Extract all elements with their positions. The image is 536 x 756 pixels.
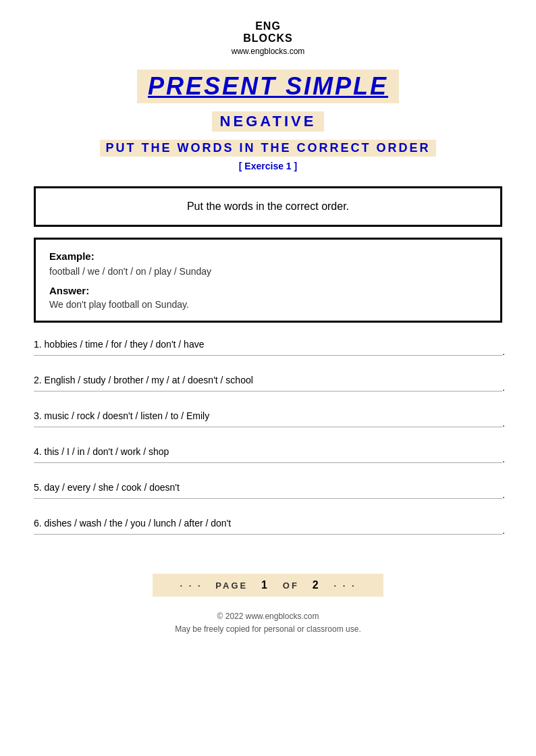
- instruction-box: Put the words in the correct order.: [34, 186, 502, 227]
- exercise-item-3: 3. music / rock / doesn't / listen / to …: [34, 410, 502, 427]
- answer-label: Answer:: [49, 285, 487, 296]
- answer-line-5: [34, 498, 502, 499]
- example-label: Example:: [49, 250, 487, 262]
- instruction-title: PUT THE WORDS IN THE CORRECT ORDER: [100, 140, 435, 157]
- title-section: PRESENT SIMPLE NEGATIVE PUT THE WORDS IN…: [34, 70, 502, 171]
- exercise-item-1: 1. hobbies / time / for / they / don't /…: [34, 339, 502, 356]
- answer-line-4: [34, 462, 502, 463]
- logo-text: ENG BLOCKS: [243, 20, 293, 44]
- exercise-question-1: 1. hobbies / time / for / they / don't /…: [34, 339, 502, 350]
- logo-line1: ENG: [255, 20, 281, 32]
- exercise-item-6: 6. dishes / wash / the / you / lunch / a…: [34, 518, 502, 535]
- website-url: www.engblocks.com: [232, 47, 305, 56]
- total-pages: 2: [313, 579, 321, 591]
- logo-line2: BLOCKS: [243, 32, 293, 44]
- dots-right: · · ·: [333, 580, 356, 591]
- footer: © 2022 www.engblocks.com May be freely c…: [175, 610, 360, 636]
- subtitle: NEGATIVE: [212, 111, 325, 132]
- dots-left: · · ·: [180, 580, 202, 591]
- exercise-item-4: 4. this / I / in / don't / work / shop: [34, 446, 502, 463]
- exercise-label: [ Exercise 1 ]: [34, 161, 502, 171]
- main-title: PRESENT SIMPLE: [137, 70, 399, 103]
- page: ENG BLOCKS www.engblocks.com PRESENT SIM…: [0, 0, 536, 756]
- example-box: Example: football / we / don't / on / pl…: [34, 238, 502, 323]
- page-label: PAGE: [215, 580, 248, 591]
- exercise-question-3: 3. music / rock / doesn't / listen / to …: [34, 410, 502, 421]
- logo: ENG BLOCKS www.engblocks.com: [232, 20, 305, 56]
- example-words: football / we / don't / on / play / Sund…: [49, 266, 487, 277]
- exercises-section: 1. hobbies / time / for / they / don't /…: [34, 339, 502, 554]
- exercise-question-4: 4. this / I / in / don't / work / shop: [34, 446, 502, 457]
- answer-line-1: [34, 355, 502, 356]
- answer-line-6: [34, 534, 502, 535]
- answer-line-3: [34, 427, 502, 427]
- exercise-item-5: 5. day / every / she / cook / doesn't: [34, 482, 502, 499]
- copyright: © 2022 www.engblocks.com: [175, 610, 360, 623]
- exercise-question-5: 5. day / every / she / cook / doesn't: [34, 482, 502, 493]
- license: May be freely copied for personal or cla…: [175, 623, 360, 636]
- exercise-question-2: 2. English / study / brother / my / at /…: [34, 375, 502, 385]
- answer-line-2: [34, 391, 502, 392]
- instruction-text: Put the words in the correct order.: [187, 200, 349, 212]
- page-number: 1: [261, 579, 269, 591]
- answer-text: We don't play football on Sunday.: [49, 299, 487, 310]
- of-label: OF: [283, 580, 299, 591]
- exercise-question-6: 6. dishes / wash / the / you / lunch / a…: [34, 518, 502, 529]
- exercise-item-2: 2. English / study / brother / my / at /…: [34, 375, 502, 392]
- page-indicator: · · · PAGE 1 OF 2 · · ·: [153, 574, 383, 597]
